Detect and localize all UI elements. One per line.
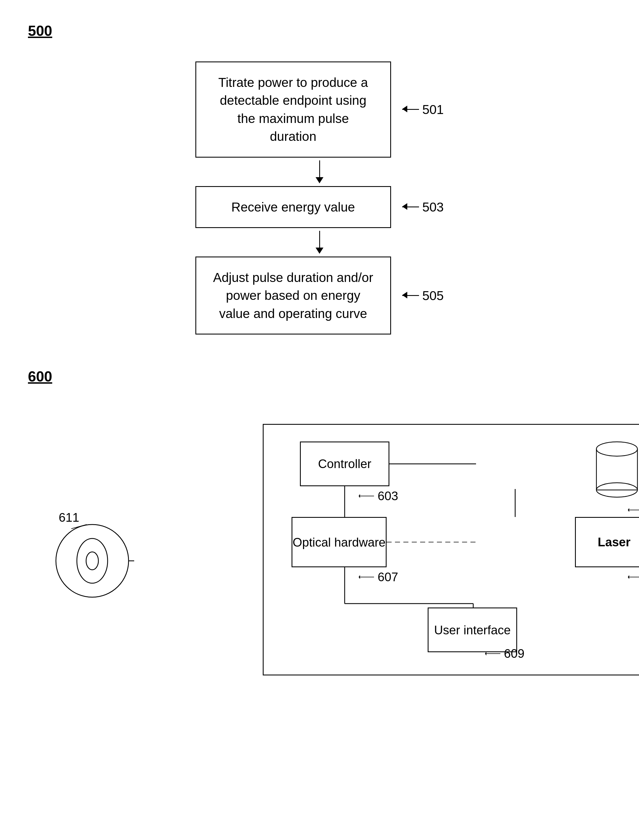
pointer-line-2 [402, 206, 419, 207]
laser-pointer-svg [628, 573, 639, 581]
user-interface-box: User interface [428, 608, 517, 652]
ref-label-505: 505 [422, 288, 444, 303]
ui-pointer-svg [485, 649, 502, 658]
outer-diagram-box-wrapper: Controller 603 [123, 424, 639, 675]
figure-600-section: 600 611 [28, 368, 611, 675]
optical-ref: 607 [359, 570, 398, 584]
ui-ref: 609 [485, 646, 525, 661]
svg-marker-24 [485, 652, 486, 656]
optical-pointer-svg [359, 573, 375, 581]
diagram-area: 611 [28, 424, 611, 675]
flow-box-2: Receive energy value [196, 186, 391, 228]
svg-point-1 [77, 538, 108, 583]
cylinder-pointer-svg [628, 506, 639, 514]
arrow-down-2 [316, 231, 323, 254]
fig-600-label: 600 [28, 368, 52, 385]
svg-marker-13 [359, 494, 360, 498]
cylinder-ref: 605 [628, 503, 639, 517]
svg-marker-20 [359, 575, 360, 579]
svg-marker-22 [628, 575, 629, 579]
arrow-ref-1: 501 [402, 102, 444, 117]
flow-item-2: Receive energy value 503 [28, 186, 611, 228]
ref-label-501: 501 [422, 102, 444, 117]
optical-hardware-box: Optical hardware [292, 517, 386, 567]
page-container: 500 Titrate power to produce a detectabl… [0, 0, 639, 840]
arrow-ref-2: 503 [402, 200, 444, 214]
svg-point-0 [56, 524, 129, 597]
cylinder-shape [589, 439, 639, 500]
svg-point-15 [596, 442, 637, 456]
arrow-ref-3: 505 [402, 288, 444, 303]
controller-box: Controller [300, 441, 389, 486]
flow-box-1: Titrate power to produce a detectable en… [196, 62, 391, 157]
ref-label-503: 503 [422, 200, 444, 214]
controller-pointer-svg [359, 492, 375, 500]
svg-point-2 [86, 552, 99, 570]
laser-ref: 601 [628, 570, 639, 584]
eye-container: 611 [50, 516, 134, 607]
svg-line-4 [71, 524, 87, 529]
controller-ref: 603 [359, 489, 398, 503]
figure-500-section: 500 Titrate power to produce a detectabl… [28, 22, 611, 335]
pointer-line-3 [402, 295, 419, 296]
flowchart-wrapper: Titrate power to produce a detectable en… [28, 56, 611, 335]
flow-item-3: Adjust pulse duration and/or power based… [28, 257, 611, 335]
arrow-down-1 [316, 160, 323, 183]
fig-500-label: 500 [28, 22, 52, 39]
laser-box: Laser [575, 517, 639, 567]
eye-pointer-svg [50, 511, 106, 533]
pointer-line-1 [402, 109, 419, 110]
flow-box-3: Adjust pulse duration and/or power based… [196, 257, 391, 335]
svg-marker-18 [628, 508, 629, 512]
flow-item-1: Titrate power to produce a detectable en… [28, 62, 611, 157]
outer-diagram-box: Controller 603 [263, 424, 639, 675]
